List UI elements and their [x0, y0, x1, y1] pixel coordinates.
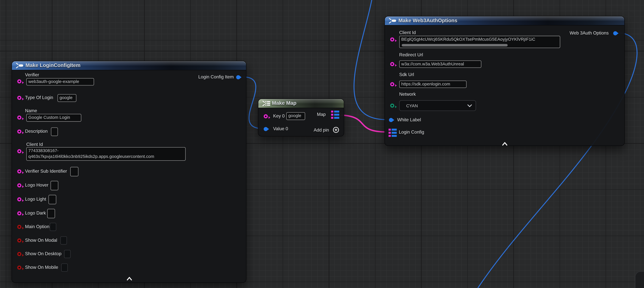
- client-id-scrollbar[interactable]: [402, 44, 508, 47]
- pin-verifier-sub-identifier-label: Verifier Sub Identifier: [25, 169, 67, 174]
- node-title: Make Map: [272, 100, 296, 106]
- client-id-input[interactable]: BEglQSgt4cUWcj6SKRdu5QkOXTsePmMcusG5EAoy…: [399, 36, 560, 48]
- pin-network-label: Network: [399, 92, 416, 97]
- pin-verifier[interactable]: [17, 79, 21, 83]
- output-web3auth-options-label: Web 3Auth Options: [570, 31, 608, 36]
- pin-white-label-label: White Label: [397, 117, 421, 122]
- collapse-chevron-icon[interactable]: [126, 275, 132, 282]
- pin-description[interactable]: [17, 130, 21, 134]
- pin-login-config-item-output[interactable]: [236, 75, 240, 79]
- pin-type-of-login[interactable]: [17, 96, 21, 100]
- add-pin-icon[interactable]: [333, 127, 339, 135]
- main-option-checkbox[interactable]: [50, 223, 56, 231]
- pin-main-option[interactable]: [17, 225, 21, 229]
- pin-show-on-modal[interactable]: [17, 238, 21, 242]
- pin-logo-hover[interactable]: [17, 183, 21, 187]
- pin-sdk-url[interactable]: [390, 82, 394, 86]
- pin-network[interactable]: [390, 104, 394, 108]
- node-make-login-config-item[interactable]: Make LoginConfigItem Verifier web3auth-g…: [12, 61, 246, 283]
- pin-show-on-mobile-label: Show On Mobile: [25, 265, 58, 270]
- pin-logo-light-label: Logo Light: [25, 196, 46, 201]
- verifier-sub-identifier-input[interactable]: [70, 167, 78, 176]
- pin-client-id[interactable]: [390, 38, 394, 42]
- pin-sdk-url-label: Sdk Url: [399, 72, 414, 77]
- make-map-icon: [262, 100, 271, 108]
- pin-web3auth-options-output[interactable]: [613, 31, 617, 35]
- pin-value0-label: Value 0: [273, 126, 288, 131]
- add-pin-label: Add pin: [314, 127, 329, 132]
- make-struct-icon: [16, 63, 25, 70]
- node-header[interactable]: Make Web3AuthOptions: [385, 17, 624, 25]
- blueprint-canvas[interactable]: Make LoginConfigItem Verifier web3auth-g…: [0, 0, 644, 288]
- pin-name[interactable]: [17, 115, 21, 120]
- pin-show-on-mobile[interactable]: [17, 265, 21, 269]
- node-make-web3auth-options[interactable]: Make Web3AuthOptions Client Id BEglQSgt4…: [384, 16, 625, 146]
- wire-top-to-white-label[interactable]: [354, 0, 386, 120]
- node-header[interactable]: Make Map: [258, 99, 344, 108]
- pin-key0[interactable]: [264, 114, 268, 118]
- key0-input[interactable]: google: [286, 112, 305, 120]
- wire-map-to-login-config[interactable]: [340, 115, 386, 132]
- show-on-mobile-checkbox[interactable]: [61, 263, 68, 271]
- pin-redirect-url[interactable]: [390, 62, 394, 66]
- pin-logo-hover-label: Logo Hover: [25, 182, 48, 187]
- show-on-desktop-checkbox[interactable]: [64, 250, 71, 258]
- show-on-modal-checkbox[interactable]: [60, 236, 67, 244]
- chevron-down-icon: [467, 103, 472, 108]
- network-dropdown[interactable]: CYAN: [399, 100, 476, 111]
- pin-verifier-sub-identifier[interactable]: [17, 169, 21, 173]
- redirect-url-input[interactable]: w3a://com.w3a.Web3AuthUnreal: [399, 61, 482, 68]
- pin-client-id-label: Client Id: [26, 142, 43, 147]
- pin-main-option-label: Main Option: [25, 224, 50, 229]
- sdk-url-input[interactable]: https://sdk.openlogin.com: [399, 81, 466, 88]
- pin-show-on-desktop-label: Show On Desktop: [25, 251, 62, 256]
- pin-logo-dark[interactable]: [17, 211, 21, 215]
- pin-verifier-label: Verifier: [25, 72, 39, 77]
- node-title: Make LoginConfigItem: [26, 63, 80, 68]
- type-of-login-input[interactable]: google: [58, 94, 76, 102]
- node-title: Make Web3AuthOptions: [398, 18, 457, 24]
- client-id-text: BEglQSgt4cUWcj6SKRdu5QkOXTsePmMcusG5EAoy…: [401, 37, 535, 42]
- pin-redirect-url-label: Redirect Url: [399, 52, 423, 57]
- pin-login-config[interactable]: [388, 129, 397, 137]
- output-login-config-item-label: Login Config Item: [198, 74, 234, 79]
- pin-name-label: Name: [25, 108, 37, 113]
- pin-client-id-label: Client Id: [399, 30, 416, 35]
- pin-map-output[interactable]: [331, 111, 339, 119]
- pin-client-id[interactable]: [17, 149, 21, 153]
- name-input[interactable]: Google Custom Login: [26, 114, 81, 122]
- node-header[interactable]: Make LoginConfigItem: [12, 61, 246, 70]
- pin-key0-label: Key 0: [273, 113, 285, 118]
- pin-value0[interactable]: [264, 127, 268, 131]
- network-dropdown-value: CYAN: [406, 103, 467, 108]
- logo-light-input[interactable]: [48, 195, 56, 204]
- logo-dark-input[interactable]: [47, 209, 55, 218]
- pin-logo-dark-label: Logo Dark: [25, 210, 46, 215]
- pin-show-on-desktop[interactable]: [17, 252, 21, 256]
- make-struct-icon: [388, 18, 398, 26]
- pin-type-of-login-label: Type Of Login: [25, 95, 53, 100]
- pin-white-label[interactable]: [389, 118, 393, 122]
- logo-hover-input[interactable]: [50, 181, 58, 190]
- collapse-chevron-icon[interactable]: [502, 140, 508, 148]
- client-id-input[interactable]: 774338308167-q463s7kpvja16l4l0kko3nb925i…: [26, 147, 186, 161]
- pin-description-label: Description: [25, 129, 48, 134]
- output-map-label: Map: [317, 112, 326, 117]
- node-make-map[interactable]: Make Map Key 0 google Value 0 Map Add pi…: [258, 99, 344, 136]
- pin-show-on-modal-label: Show On Modal: [25, 237, 57, 242]
- pin-logo-light[interactable]: [17, 197, 21, 201]
- description-input[interactable]: [51, 127, 58, 136]
- pin-login-config-label: Login Config: [399, 130, 424, 134]
- verifier-input[interactable]: web3auth-google-example: [26, 78, 94, 86]
